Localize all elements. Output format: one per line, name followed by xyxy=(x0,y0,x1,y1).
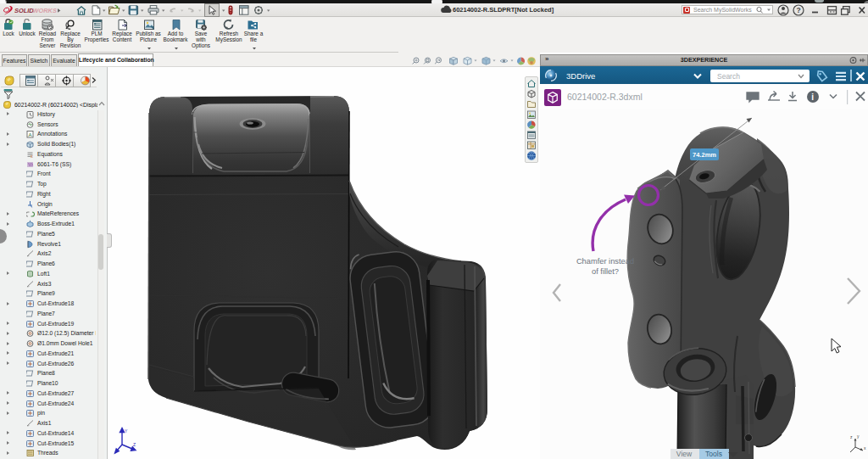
svg-text:74.2mm: 74.2mm xyxy=(693,151,716,159)
svg-text:WORKS: WORKS xyxy=(33,7,57,14)
svg-text:x: x xyxy=(864,445,866,451)
svg-text:y: y xyxy=(857,434,860,439)
svg-text:Chamfer instead: Chamfer instead xyxy=(576,257,634,266)
svg-text:SOLID: SOLID xyxy=(14,7,34,14)
svg-text:Tools: Tools xyxy=(705,450,722,458)
svg-text:i: i xyxy=(811,92,814,102)
svg-text:z: z xyxy=(850,434,853,439)
svg-text:of fillet?: of fillet? xyxy=(592,267,619,276)
svg-text:View: View xyxy=(676,450,693,458)
svg-text:?: ? xyxy=(797,6,801,14)
